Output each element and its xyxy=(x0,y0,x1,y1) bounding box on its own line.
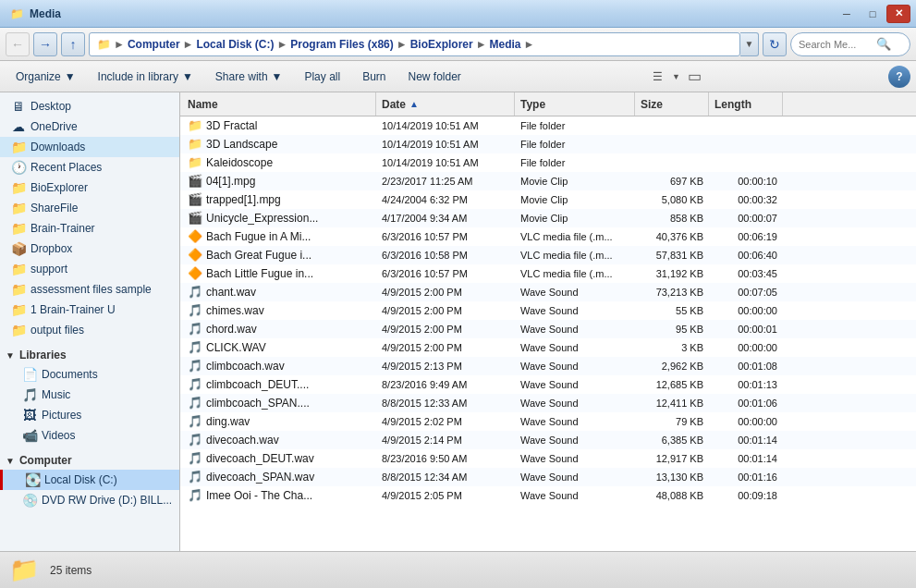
view-details-button[interactable]: ☰ xyxy=(646,66,668,88)
sidebar-label: Brain-Trainer xyxy=(31,222,95,235)
cell-name: 🎬 trapped[1].mpg xyxy=(182,192,376,207)
status-item-count: 25 items xyxy=(50,564,92,577)
table-row[interactable]: 🔶 Bach Little Fugue in... 6/3/2016 10:57… xyxy=(180,264,916,283)
path-media[interactable]: Media xyxy=(490,38,521,51)
col-header-type[interactable]: Type xyxy=(515,92,635,116)
sidebar-item-recent-places[interactable]: 🕐Recent Places xyxy=(0,157,179,178)
cell-length: 00:06:19 xyxy=(709,231,783,242)
file-icon: 🎵 xyxy=(188,285,202,300)
table-row[interactable]: 🎵 ding.wav 4/9/2015 2:02 PM Wave Sound 7… xyxy=(180,412,916,431)
col-header-length[interactable]: Length xyxy=(709,92,783,116)
file-icon: 🔶 xyxy=(188,248,202,263)
table-row[interactable]: 🎵 climbcoach_DEUT.... 8/23/2016 9:49 AM … xyxy=(180,375,916,394)
path-local-disk[interactable]: Local Disk (C:) xyxy=(196,38,274,51)
sidebar-icon: ☁ xyxy=(11,119,26,134)
table-row[interactable]: 🎵 divecoach_DEUT.wav 8/23/2016 9:50 AM W… xyxy=(180,449,916,468)
include-library-button[interactable]: Include in library ▼ xyxy=(88,65,203,89)
table-row[interactable]: 📁 3D Fractal 10/14/2019 10:51 AM File fo… xyxy=(180,116,916,135)
sidebar-label: output files xyxy=(31,324,84,337)
address-dropdown-button[interactable]: ▼ xyxy=(740,32,759,56)
sidebar-item-output-files[interactable]: 📁output files xyxy=(0,320,179,340)
path-computer[interactable]: Computer xyxy=(128,38,180,51)
path-bioexplorer[interactable]: BioExplorer xyxy=(410,38,473,51)
sidebar-item-dropbox[interactable]: 📦Dropbox xyxy=(0,239,179,259)
organize-button[interactable]: Organize ▼ xyxy=(6,65,86,89)
cell-length: 00:00:32 xyxy=(709,194,783,205)
back-button[interactable]: ← xyxy=(6,32,30,56)
collapse-pane-button[interactable]: ▭ xyxy=(683,66,705,88)
table-row[interactable]: 🎵 Imee Ooi - The Cha... 4/9/2015 2:05 PM… xyxy=(180,486,916,505)
view-dropdown-button[interactable]: ▼ xyxy=(669,66,682,88)
table-row[interactable]: 🎵 chant.wav 4/9/2015 2:00 PM Wave Sound … xyxy=(180,283,916,301)
table-row[interactable]: 🎵 climbcoach.wav 4/9/2015 2:13 PM Wave S… xyxy=(180,357,916,375)
help-button[interactable]: ? xyxy=(888,66,910,88)
sidebar-item-downloads[interactable]: 📁Downloads xyxy=(0,137,179,157)
table-row[interactable]: 🎵 chimes.wav 4/9/2015 2:00 PM Wave Sound… xyxy=(180,301,916,320)
table-row[interactable]: 🎬 Unicycle_Expression... 4/17/2004 9:34 … xyxy=(180,209,916,227)
table-row[interactable]: 📁 3D Landscape 10/14/2019 10:51 AM File … xyxy=(180,135,916,153)
sidebar-item-1-brain-trainer-u[interactable]: 📁1 Brain-Trainer U xyxy=(0,300,179,320)
sidebar-icon: 🖼 xyxy=(22,408,37,423)
sidebar-item-support[interactable]: 📁support xyxy=(0,259,179,279)
minimize-button[interactable]: ─ xyxy=(835,5,859,23)
cell-name: 🎵 divecoach_DEUT.wav xyxy=(182,451,376,466)
sidebar-item-sharefile[interactable]: 📁ShareFile xyxy=(0,198,179,218)
play-all-button[interactable]: Play all xyxy=(294,65,350,89)
cell-size: 697 KB xyxy=(635,176,709,187)
sidebar-item-onedrive[interactable]: ☁OneDrive xyxy=(0,116,179,137)
sidebar-lib-documents[interactable]: 📄Documents xyxy=(0,364,179,385)
organize-label: Organize xyxy=(16,70,61,83)
sidebar-scroll[interactable]: 🖥Desktop☁OneDrive📁Downloads🕐Recent Place… xyxy=(0,92,179,551)
table-row[interactable]: 🎵 chord.wav 4/9/2015 2:00 PM Wave Sound … xyxy=(180,320,916,338)
file-icon: 🎵 xyxy=(188,340,202,355)
path-program-files[interactable]: Program Files (x86) xyxy=(290,38,393,51)
burn-button[interactable]: Burn xyxy=(352,65,396,89)
sidebar-lib-music[interactable]: 🎵Music xyxy=(0,385,179,405)
cell-type: Wave Sound xyxy=(515,435,635,446)
sidebar-lib-pictures[interactable]: 🖼Pictures xyxy=(0,405,179,425)
cell-size: 57,831 KB xyxy=(635,250,709,261)
cell-type: Wave Sound xyxy=(515,324,635,335)
col-header-name[interactable]: Name xyxy=(182,92,376,116)
col-date-label: Date xyxy=(382,98,406,111)
table-row[interactable]: 🎬 04[1].mpg 2/23/2017 11:25 AM Movie Cli… xyxy=(180,172,916,190)
burn-label: Burn xyxy=(362,70,385,83)
refresh-button[interactable]: ↻ xyxy=(763,32,787,56)
cell-date: 4/9/2015 2:00 PM xyxy=(376,324,515,335)
up-button[interactable]: ↑ xyxy=(61,32,85,56)
cell-date: 4/9/2015 2:02 PM xyxy=(376,416,515,427)
table-row[interactable]: 🎵 divecoach_SPAN.wav 8/8/2015 12:34 AM W… xyxy=(180,468,916,486)
sidebar-computer-dvd-rw-drive-(d:)-bill...[interactable]: 💿DVD RW Drive (D:) BILL... xyxy=(0,490,179,510)
table-row[interactable]: 🎵 climbcoach_SPAN.... 8/8/2015 12:33 AM … xyxy=(180,394,916,412)
maximize-button[interactable]: □ xyxy=(861,5,885,23)
cell-date: 8/23/2016 9:50 AM xyxy=(376,453,515,464)
sidebar-computer-local-disk-(c:)[interactable]: 💽Local Disk (C:) xyxy=(0,470,179,490)
sidebar-lib-videos[interactable]: 📹Videos xyxy=(0,425,179,446)
cell-type: Wave Sound xyxy=(515,472,635,483)
sidebar-label: Local Disk (C:) xyxy=(44,473,117,486)
table-row[interactable]: 🎵 divecoach.wav 4/9/2015 2:14 PM Wave So… xyxy=(180,431,916,449)
new-folder-button[interactable]: New folder xyxy=(398,65,471,89)
table-row[interactable]: 🔶 Bach Great Fugue i... 6/3/2016 10:58 P… xyxy=(180,246,916,264)
forward-button[interactable]: → xyxy=(33,32,57,56)
col-header-date[interactable]: Date ▲ xyxy=(376,92,515,116)
sidebar-item-brain-trainer[interactable]: 📁Brain-Trainer xyxy=(0,218,179,239)
table-row[interactable]: 🎬 trapped[1].mpg 4/24/2004 6:32 PM Movie… xyxy=(180,190,916,209)
search-input[interactable] xyxy=(799,39,873,50)
sidebar-item-assessment-files-sample[interactable]: 📁assessment files sample xyxy=(0,279,179,300)
col-header-size[interactable]: Size xyxy=(635,92,709,116)
close-button[interactable]: ✕ xyxy=(886,5,910,23)
share-with-button[interactable]: Share with ▼ xyxy=(205,65,293,89)
table-row[interactable]: 🔶 Bach Fugue in A Mi... 6/3/2016 10:57 P… xyxy=(180,227,916,246)
address-path[interactable]: 📁 ► Computer ► Local Disk (C:) ► Program… xyxy=(89,32,740,56)
search-box[interactable]: 🔍 xyxy=(790,32,910,56)
sidebar-item-bioexplorer[interactable]: 📁BioExplorer xyxy=(0,178,179,198)
window-icon: 📁 xyxy=(9,6,24,21)
cell-name: 🎵 divecoach.wav xyxy=(182,433,376,447)
table-row[interactable]: 📁 Kaleidoscope 10/14/2019 10:51 AM File … xyxy=(180,153,916,172)
file-list[interactable]: 📁 3D Fractal 10/14/2019 10:51 AM File fo… xyxy=(180,116,916,551)
cell-name: 🎵 climbcoach.wav xyxy=(182,359,376,374)
table-row[interactable]: 🎵 CLICK.WAV 4/9/2015 2:00 PM Wave Sound … xyxy=(180,338,916,357)
sidebar-item-desktop[interactable]: 🖥Desktop xyxy=(0,96,179,116)
path-icon: 📁 xyxy=(97,38,111,51)
